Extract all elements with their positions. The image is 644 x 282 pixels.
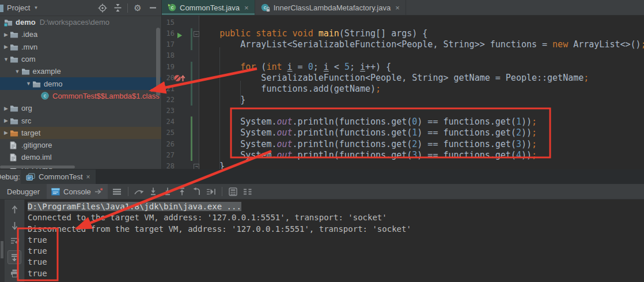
debug-tab-console[interactable]: Console: [47, 184, 108, 199]
console-line: Connected to the target VM, address: '12…: [28, 212, 644, 223]
reset-frame-button[interactable]: [190, 185, 204, 198]
change-marker: [191, 62, 192, 73]
change-marker: [191, 139, 192, 150]
tree-item-label: .mvn: [21, 43, 37, 51]
tool-window-button-edge[interactable]: [1, 241, 3, 258]
code-line-21: 21 functions.add(getName);: [162, 84, 644, 95]
printer-icon: [10, 269, 19, 277]
scroll-to-end-icon: [10, 253, 18, 261]
code-line-17: 17 ArrayList<SerializableFunction<People…: [162, 39, 644, 50]
collapse-all-button[interactable]: [112, 3, 123, 13]
debug-toolbar: DebuggerConsole: [0, 184, 644, 200]
tree-item-org[interactable]: ▶org: [0, 102, 161, 114]
console-line-text: true: [28, 269, 47, 278]
settings-button[interactable]: ⚙: [132, 3, 143, 13]
scroll-to-end-button[interactable]: [7, 250, 21, 264]
arrow-up-icon: [11, 205, 18, 214]
close-icon[interactable]: ×: [244, 3, 249, 12]
chevron-expanded-icon[interactable]: ▼: [25, 81, 32, 87]
svg-text:c: c: [263, 4, 266, 10]
run-config-tab[interactable]: CommonTest ×: [21, 170, 96, 184]
chevron-collapsed-icon[interactable]: ▶: [2, 118, 10, 123]
tree-item-demo[interactable]: demoD:\workspaces\demo: [0, 16, 161, 28]
change-marker: [191, 73, 192, 84]
chevron-expanded-icon[interactable]: ▼: [2, 57, 10, 62]
menu-button[interactable]: [110, 185, 124, 198]
project-panel-title[interactable]: Project: [7, 3, 30, 12]
line-number: 25: [162, 127, 175, 138]
locate-button[interactable]: [97, 3, 108, 13]
editor-body[interactable]: 1516– public static void main(String[] a…: [162, 16, 644, 169]
line-number: 17: [162, 39, 175, 50]
debug-tab-label: Debugger: [7, 187, 40, 196]
tree-item-mvn[interactable]: ▶.mvn: [0, 41, 161, 53]
line-number: 20: [162, 73, 175, 84]
console-line: true: [28, 268, 644, 279]
line-number: 27: [162, 150, 175, 161]
console-output[interactable]: D:\ProgramFiles\Java1.8\jdk\bin\java.exe…: [24, 201, 644, 279]
close-icon[interactable]: ×: [86, 173, 90, 181]
chevron-collapsed-icon[interactable]: ▶: [2, 44, 10, 50]
console-area: D:\ProgramFiles\Java1.8\jdk\bin\java.exe…: [0, 200, 644, 282]
tab-innerclasslambdametafactory-java[interactable]: cInnerClassLambdaMetafactory.java×: [255, 0, 406, 15]
arrow-down-icon: [11, 221, 18, 230]
tree-item-idea[interactable]: ▶.idea: [0, 28, 161, 40]
step-into-button[interactable]: [146, 185, 161, 198]
tree-item-label: com: [21, 55, 36, 63]
run-config-tab-label: CommonTest: [39, 172, 83, 181]
printer-button[interactable]: [7, 268, 21, 279]
soft-wrap-button[interactable]: [7, 235, 21, 246]
folder-icon: [10, 31, 20, 38]
code-line-22: 22 }: [162, 95, 644, 106]
folder-icon: [10, 55, 20, 63]
arrow-up-button[interactable]: [7, 204, 21, 215]
folder-icon: [10, 117, 20, 125]
console-line: true: [28, 235, 644, 246]
tree-item-com[interactable]: ▼com: [0, 53, 161, 65]
tree-item-example[interactable]: ▼example: [0, 65, 161, 77]
project-horizontal-scrollbar[interactable]: [0, 166, 75, 168]
code-text: SerializableFunction<People, String> get…: [199, 73, 589, 84]
run-to-cursor-button[interactable]: [204, 185, 218, 198]
code-line-23: 23: [162, 106, 644, 116]
chevron-down-icon: ▼: [33, 5, 38, 10]
tree-item-path: D:\workspaces\demo: [40, 18, 109, 27]
line-number: 18: [162, 50, 175, 61]
project-icon: [0, 5, 3, 12]
evaluate-expression-button[interactable]: [226, 185, 240, 198]
tree-item-commontest-lambda-1-class[interactable]: cCommonTest$$Lambda$1.class: [0, 90, 161, 102]
change-marker: [191, 95, 192, 106]
console-line: Disconnected from the target VM, address…: [28, 224, 644, 235]
code-line-16: 16– public static void main(String[] arg…: [162, 28, 644, 39]
hide-button[interactable]: [147, 3, 158, 13]
step-over-button[interactable]: [132, 185, 146, 198]
tree-item-demo-iml[interactable]: demo.iml: [0, 151, 161, 163]
step-out-button[interactable]: [175, 185, 190, 198]
tree-item-gitignore[interactable]: .gitignore: [0, 139, 161, 151]
tree-item-label: src: [21, 116, 31, 125]
chevron-expanded-icon[interactable]: ▼: [14, 69, 21, 74]
close-icon[interactable]: ×: [395, 3, 400, 12]
menu-icon: [112, 188, 122, 195]
arrow-down-button[interactable]: [7, 220, 21, 231]
project-vertical-scrollbar[interactable]: [156, 28, 160, 96]
debug-tab-debugger[interactable]: Debugger: [0, 184, 47, 199]
force-step-into-button[interactable]: [161, 185, 175, 198]
console-line-text: Connected to the target VM, address: '12…: [28, 213, 387, 222]
chevron-collapsed-icon[interactable]: ▶: [2, 32, 10, 37]
tab-commontest-java[interactable]: cCommonTest.java×: [162, 0, 255, 15]
tab-label: InnerClassLambdaMetafactory.java: [274, 3, 391, 12]
tree-item-target[interactable]: ▶target: [0, 127, 161, 139]
tree-item-demo[interactable]: ▼demo: [0, 77, 161, 89]
code-line-24: 24 System.out.println(functions.get(0) =…: [162, 116, 644, 127]
folder-icon: [32, 80, 43, 88]
layout-settings-button[interactable]: [240, 185, 255, 198]
muted-breakpoint-icon[interactable]: [173, 74, 187, 85]
layout-settings-icon: [243, 188, 252, 195]
change-marker: [191, 116, 192, 127]
tree-item-src[interactable]: ▶src: [0, 114, 161, 126]
svg-text:c: c: [44, 93, 47, 99]
code-text: System.out.println(functions.get(0) == f…: [199, 116, 537, 127]
chevron-collapsed-icon[interactable]: ▶: [2, 106, 10, 111]
chevron-collapsed-icon[interactable]: ▶: [2, 130, 10, 136]
